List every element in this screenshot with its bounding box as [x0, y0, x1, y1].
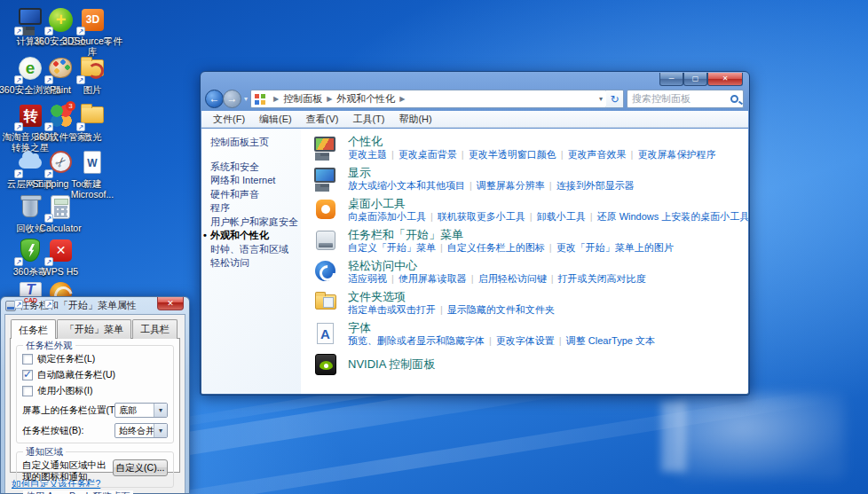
sidebar-item-system-security[interactable]: 系统和安全 [210, 161, 299, 175]
task-link[interactable]: 更改声音效果 [568, 149, 627, 160]
shortcut-arrow-icon: ↗ [44, 214, 53, 223]
customize-button[interactable]: 自定义(C)... [113, 459, 168, 476]
breadcrumb-separator-icon: ▶ [327, 95, 332, 103]
checkbox-label: 锁定任务栏(L) [37, 353, 95, 365]
task-link[interactable]: 打开或关闭高对比度 [558, 273, 646, 284]
sidebar-item-home[interactable]: 控制面板主页 [210, 136, 299, 150]
task-link[interactable]: 向桌面添加小工具 [348, 211, 426, 222]
task-link[interactable]: 启用轻松访问键 [478, 273, 547, 284]
desktop-icon-label: Calculator [28, 223, 92, 233]
sidebar-item-ease-of-access[interactable]: 轻松访问 [210, 256, 299, 271]
sidebar-item-appearance[interactable]: 外观和个性化 [210, 229, 299, 243]
dialog-tabs: 任务栏 「开始」菜单 工具栏 [11, 319, 180, 339]
sidebar-item-hardware-sound[interactable]: 硬件和声音 [210, 188, 299, 202]
desktop-icon-wps[interactable]: ↗ WPS H5 [32, 238, 89, 277]
checkbox-autohide-taskbar[interactable] [22, 370, 33, 380]
tab-taskbar[interactable]: 任务栏 [11, 319, 56, 339]
refresh-button[interactable]: ↻ [606, 90, 624, 108]
forward-button[interactable]: → [223, 90, 241, 108]
sidebar-item-programs[interactable]: 程序 [210, 201, 299, 216]
task-link[interactable]: 还原 Windows 上安装的桌面小工具 [597, 211, 748, 222]
folder-icon [81, 106, 104, 123]
shortcut-arrow-icon: ↗ [44, 122, 53, 131]
group-title: 通知区域 [23, 446, 66, 459]
task-link[interactable]: 更改桌面背景 [398, 149, 457, 160]
menu-help[interactable]: 帮助(H) [392, 112, 438, 127]
desktop-icon-laser-folder[interactable]: ↗ 激光 [64, 103, 121, 142]
dialog-close-button[interactable]: ✕ [157, 297, 184, 310]
task-link[interactable]: 更改半透明窗口颜色 [469, 149, 556, 160]
tab-start-menu[interactable]: 「开始」菜单 [57, 319, 131, 339]
category-title[interactable]: 任务栏和「开始」菜单 [348, 228, 674, 241]
taskbar-tab-page: 任务栏外观 锁定任务栏(L) 自动隐藏任务栏(U) 使用小图标(I) 屏幕上的任… [10, 338, 180, 473]
task-link[interactable]: 预览、删除或者显示和隐藏字体 [348, 335, 485, 346]
task-link[interactable]: 调整 ClearType 文本 [566, 335, 655, 346]
breadcrumb-separator-icon: ▶ [273, 95, 279, 103]
category-gadgets: 桌面小工具 向桌面添加小工具|联机获取更多小工具|卸载小工具|还原 Window… [313, 197, 743, 223]
taskbar-properties-dialog: 任务栏和「开始」菜单属性 ✕ 任务栏 「开始」菜单 工具栏 任务栏外观 锁定任务… [0, 296, 190, 494]
task-link[interactable]: 使用屏幕读取器 [398, 273, 467, 284]
task-link[interactable]: 联机获取更多小工具 [438, 211, 525, 222]
task-link[interactable]: 适应弱视 [348, 273, 387, 284]
taskbar-buttons-select[interactable]: 始终合并、隐藏标签 [114, 423, 168, 438]
desktop-icon-calculator[interactable]: ↗ Calculator [32, 194, 89, 233]
search-icon[interactable] [730, 95, 738, 103]
maximize-button[interactable]: ▢ [683, 73, 707, 86]
taskbar-appearance-group: 任务栏外观 锁定任务栏(L) 自动隐藏任务栏(U) 使用小图标(I) 屏幕上的任… [16, 345, 174, 443]
sidebar-item-network[interactable]: 网络和 Internet [210, 174, 299, 188]
menu-tools[interactable]: 工具(T) [346, 112, 391, 127]
task-link[interactable]: 更改屏幕保护程序 [637, 149, 715, 160]
sidebar-item-user-accounts[interactable]: 用户帐户和家庭安全 [210, 216, 299, 230]
checkbox-small-icons[interactable] [22, 386, 33, 396]
category-title[interactable]: 文件夹选项 [348, 290, 555, 303]
desktop-icon-3dsource[interactable]: ↗ 3DSource零件库 [64, 7, 121, 57]
recent-pages-chevron-icon[interactable]: ▾ [244, 95, 248, 103]
shortcut-arrow-icon: ↗ [14, 257, 23, 266]
menu-view[interactable]: 查看(V) [300, 112, 345, 127]
taskbar-position-select[interactable]: 底部 [114, 403, 168, 418]
task-link[interactable]: 自定义「开始」菜单 [348, 242, 436, 253]
category-title[interactable]: NVIDIA 控制面板 [348, 357, 435, 371]
desktop-icon-word-doc[interactable]: 新建 Microsof... [64, 150, 121, 200]
tab-toolbars[interactable]: 工具栏 [132, 319, 178, 339]
task-link[interactable]: 显示隐藏的文件和文件夹 [447, 304, 555, 315]
shortcut-arrow-icon: ↗ [44, 169, 53, 178]
breadcrumb[interactable]: ▶ 控制面板 ▶ 外观和个性化 ▶ ▾ [250, 90, 607, 108]
category-title[interactable]: 字体 [348, 321, 655, 334]
task-link[interactable]: 指定单击或双击打开 [348, 304, 436, 315]
shortcut-arrow-icon: ↗ [44, 75, 53, 84]
task-link[interactable]: 更改主题 [348, 149, 387, 160]
pictures-folder-icon [81, 59, 104, 76]
category-title[interactable]: 显示 [348, 166, 635, 179]
checkbox-lock-taskbar[interactable] [22, 354, 33, 365]
address-dropdown-icon[interactable]: ▾ [599, 95, 603, 103]
shortcut-arrow-icon: ↗ [14, 27, 23, 35]
category-title[interactable]: 个性化 [348, 135, 715, 148]
task-link[interactable]: 连接到外部显示器 [556, 180, 635, 191]
sidebar-item-clock-language[interactable]: 时钟、语言和区域 [210, 243, 299, 257]
desktop-icon-pictures[interactable]: ↗ 图片 [64, 56, 121, 95]
task-link[interactable]: 自定义任务栏上的图标 [447, 242, 545, 253]
task-link[interactable]: 更改字体设置 [496, 335, 555, 346]
task-link[interactable]: 更改「开始」菜单上的图片 [556, 242, 674, 253]
category-title[interactable]: 轻松访问中心 [348, 259, 646, 272]
task-link[interactable]: 放大或缩小文本和其他项目 [348, 180, 465, 191]
breadcrumb-current[interactable]: 外观和个性化 [336, 92, 395, 106]
taskbar-buttons-label: 任务栏按钮(B): [22, 425, 114, 437]
menu-edit[interactable]: 编辑(E) [253, 112, 298, 127]
blurred-watermark [661, 401, 686, 472]
category-folder-options: 文件夹选项 指定单击或双击打开|显示隐藏的文件和文件夹 [313, 290, 743, 316]
task-link[interactable]: 调整屏幕分辨率 [477, 180, 545, 191]
group-title: 任务栏外观 [23, 340, 75, 352]
window-titlebar[interactable]: ─ ▢ ✕ [201, 72, 749, 87]
search-input[interactable]: 搜索控制面板 [627, 90, 744, 108]
category-nvidia: NVIDIA 控制面板 [313, 352, 743, 377]
close-button[interactable]: ✕ [707, 73, 743, 86]
menu-file[interactable]: 文件(F) [207, 112, 251, 127]
minimize-button[interactable]: ─ [659, 73, 683, 86]
task-link[interactable]: 卸载小工具 [537, 211, 586, 222]
category-personalization: 个性化 更改主题|更改桌面背景|更改半透明窗口颜色|更改声音效果|更改屏幕保护程… [313, 135, 743, 161]
back-button[interactable]: ← [205, 90, 224, 108]
category-title[interactable]: 桌面小工具 [348, 197, 748, 210]
breadcrumb-root[interactable]: 控制面板 [283, 92, 322, 106]
